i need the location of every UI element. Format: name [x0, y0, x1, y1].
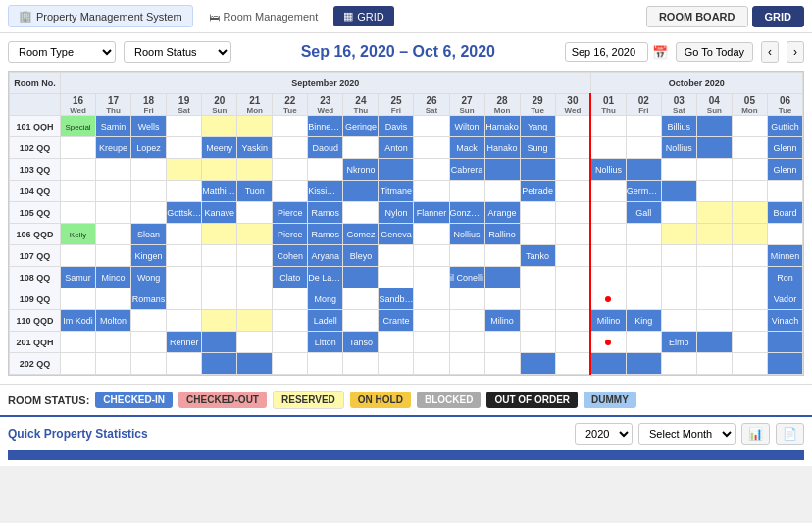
cell[interactable]: [555, 245, 590, 267]
cell[interactable]: [414, 137, 449, 159]
cell[interactable]: Samur: [61, 267, 96, 288]
cell[interactable]: Nollius: [449, 224, 484, 245]
cell[interactable]: Ramos: [308, 224, 343, 245]
cell[interactable]: [202, 224, 237, 245]
cell[interactable]: [167, 245, 202, 267]
cell[interactable]: [167, 267, 202, 288]
cell[interactable]: Flanner: [414, 202, 449, 224]
cell[interactable]: [484, 353, 520, 375]
cell[interactable]: Gall: [626, 202, 661, 224]
cell[interactable]: Aryana: [308, 245, 343, 267]
cell[interactable]: [590, 245, 626, 267]
cell[interactable]: [343, 267, 379, 288]
cell[interactable]: De La Sarre: [308, 267, 343, 288]
cell[interactable]: Romans: [131, 288, 167, 310]
cell[interactable]: Vinach: [767, 310, 802, 332]
cell[interactable]: [484, 267, 520, 288]
cell[interactable]: Kelly: [61, 224, 96, 245]
cell[interactable]: Geneva: [379, 224, 414, 245]
cell[interactable]: [555, 332, 590, 353]
cell[interactable]: [590, 116, 626, 137]
cell[interactable]: [273, 181, 308, 202]
cell[interactable]: [732, 181, 767, 202]
cell[interactable]: [273, 137, 308, 159]
cell[interactable]: Tanso: [343, 332, 379, 353]
cell[interactable]: [449, 245, 484, 267]
room-board-button[interactable]: ROOM BOARD: [646, 6, 748, 27]
cell[interactable]: [626, 245, 661, 267]
cell[interactable]: Minnen: [767, 245, 802, 267]
cell[interactable]: [96, 224, 131, 245]
cell[interactable]: Meeny: [202, 137, 237, 159]
cell[interactable]: [449, 332, 484, 353]
cell[interactable]: [555, 202, 590, 224]
cell[interactable]: [696, 332, 732, 353]
cell[interactable]: Wilton: [449, 116, 484, 137]
cell[interactable]: [96, 288, 131, 310]
cell[interactable]: [308, 159, 343, 181]
cell[interactable]: [96, 159, 131, 181]
cell[interactable]: [732, 332, 767, 353]
cell[interactable]: Nylon: [379, 202, 414, 224]
cell-red-dot[interactable]: [590, 288, 626, 310]
room-type-select[interactable]: Room Type: [8, 41, 116, 63]
nav-tab-room-management[interactable]: 🛏 Room Management: [199, 7, 329, 26]
cell[interactable]: Rallino: [484, 224, 520, 245]
cell[interactable]: Cohen: [273, 245, 308, 267]
cell[interactable]: King: [626, 310, 661, 332]
cell[interactable]: [661, 159, 696, 181]
cell[interactable]: [555, 137, 590, 159]
cell[interactable]: [449, 310, 484, 332]
cell[interactable]: Gottskoff: [167, 202, 202, 224]
cell[interactable]: [732, 245, 767, 267]
cell[interactable]: [520, 310, 555, 332]
cell[interactable]: Im Kodi: [61, 310, 96, 332]
cell[interactable]: Billius: [661, 116, 696, 137]
cell[interactable]: Hanako: [484, 137, 520, 159]
cell[interactable]: [767, 181, 802, 202]
month-select[interactable]: Select Month: [638, 423, 736, 445]
cell[interactable]: [520, 159, 555, 181]
cell[interactable]: Sloan: [131, 224, 167, 245]
cell[interactable]: [414, 159, 449, 181]
cell[interactable]: [732, 137, 767, 159]
cell[interactable]: [626, 224, 661, 245]
cell[interactable]: [661, 288, 696, 310]
cell[interactable]: [237, 159, 273, 181]
cell[interactable]: [167, 116, 202, 137]
cell[interactable]: [414, 224, 449, 245]
cell[interactable]: Milino: [484, 310, 520, 332]
cell[interactable]: [696, 181, 732, 202]
cell[interactable]: Yaskin: [237, 137, 273, 159]
cell[interactable]: [167, 224, 202, 245]
cell[interactable]: [343, 288, 379, 310]
cell[interactable]: Matthiews: [202, 181, 237, 202]
cell[interactable]: [732, 116, 767, 137]
cell[interactable]: [308, 353, 343, 375]
cell[interactable]: [696, 159, 732, 181]
cell[interactable]: [626, 288, 661, 310]
cell[interactable]: [202, 245, 237, 267]
cell[interactable]: [555, 310, 590, 332]
cell[interactable]: [96, 245, 131, 267]
cell[interactable]: [590, 224, 626, 245]
cell[interactable]: [343, 310, 379, 332]
cell[interactable]: Titmane: [379, 181, 414, 202]
cell[interactable]: [767, 332, 802, 353]
cell[interactable]: Hamako: [484, 116, 520, 137]
cell[interactable]: Pierce: [273, 224, 308, 245]
cell[interactable]: Gomez: [343, 224, 379, 245]
cell[interactable]: [167, 310, 202, 332]
cell[interactable]: [379, 267, 414, 288]
cell[interactable]: Davis: [379, 116, 414, 137]
cell[interactable]: Gonzalez: [449, 202, 484, 224]
cell[interactable]: [343, 202, 379, 224]
cell[interactable]: [61, 181, 96, 202]
cell[interactable]: [732, 202, 767, 224]
cell[interactable]: [696, 224, 732, 245]
cell[interactable]: [626, 116, 661, 137]
cell[interactable]: [449, 181, 484, 202]
cell[interactable]: [414, 116, 449, 137]
cell[interactable]: Kreupe: [96, 137, 131, 159]
cell[interactable]: [661, 181, 696, 202]
